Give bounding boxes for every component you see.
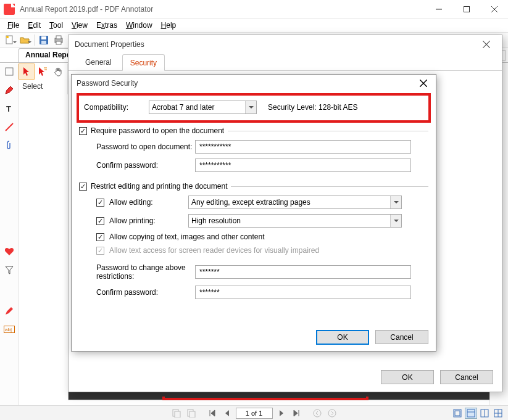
menu-help[interactable]: Help [157, 20, 180, 31]
allow-printing-combo[interactable]: High resolution [188, 214, 402, 228]
allow-printing-checkbox[interactable] [96, 217, 104, 225]
menu-file[interactable]: File [4, 20, 23, 31]
snapshot-button[interactable] [170, 408, 183, 419]
compatibility-value: Acrobat 7 and later [152, 103, 214, 112]
svg-point-20 [314, 410, 321, 417]
svg-rect-5 [41, 41, 46, 44]
svg-rect-4 [41, 36, 46, 39]
dialog-close-button[interactable] [416, 80, 431, 87]
open-confirm-label: Confirm password: [96, 161, 195, 170]
page-indicator[interactable]: 1 of 1 [236, 408, 273, 419]
cursor-alt-tool-button[interactable] [35, 64, 51, 80]
svg-text:T: T [6, 104, 11, 113]
screen-reader-label: Allow text access for screen reader devi… [109, 246, 319, 255]
minimize-button[interactable] [425, 0, 452, 19]
open-password-label: Password to open document: [96, 142, 195, 151]
dialog-close-button[interactable] [477, 41, 496, 48]
textbox-tool-icon[interactable]: ab| [4, 324, 15, 335]
snapshot2-button[interactable] [185, 408, 198, 419]
menu-extras[interactable]: Extras [93, 20, 121, 31]
nav-fwd-button[interactable] [326, 408, 338, 419]
menubar: File Edit Tool View Extras Window Help [0, 19, 508, 32]
chevron-down-icon [390, 196, 401, 208]
menu-edit[interactable]: Edit [24, 20, 44, 31]
allow-editing-label: Allow editing: [109, 198, 183, 207]
svg-text:ab|: ab| [5, 327, 12, 332]
highlight-marker-icon [162, 397, 369, 400]
pen-tool-icon[interactable] [4, 84, 15, 96]
last-page-button[interactable] [290, 408, 302, 419]
menu-tool[interactable]: Tool [46, 20, 67, 31]
favorite-tool-icon[interactable] [4, 246, 15, 257]
restrict-label: Restrict editing and printing the docume… [91, 182, 227, 191]
svg-rect-23 [455, 411, 460, 416]
open-password-input[interactable]: *********** [195, 140, 411, 154]
nav-back-button[interactable] [311, 408, 323, 419]
security-ok-button[interactable]: OK [316, 330, 369, 345]
first-page-button[interactable] [206, 408, 219, 419]
tool-tray-label: Select [19, 80, 67, 94]
checkbox-tool-icon[interactable] [4, 66, 15, 77]
tab-security[interactable]: Security [122, 54, 165, 71]
allow-editing-checkbox[interactable] [96, 199, 104, 207]
compatibility-highlight: Compatibility: Acrobat 7 and later Secur… [77, 93, 431, 123]
chevron-down-icon [245, 101, 256, 113]
change-password-label: Password to change above restrictions: [96, 263, 195, 281]
change-confirm-label: Confirm password: [96, 288, 195, 297]
allow-editing-value: Any editing, except extracting pages [191, 198, 310, 207]
svg-rect-0 [464, 6, 469, 12]
titlebar: Annual Report 2019.pdf - PDF Annotator [0, 0, 508, 19]
require-open-label: Require password to open the document [91, 126, 224, 135]
print-button[interactable] [51, 33, 66, 47]
allow-printing-value: High resolution [191, 216, 241, 225]
require-open-checkbox[interactable] [79, 127, 87, 135]
svg-rect-9 [6, 68, 13, 75]
dialog-title: Document Properties [75, 40, 144, 49]
dialog-title: Password Security [77, 79, 138, 88]
text-tool-icon[interactable]: T [4, 103, 15, 114]
compatibility-combo[interactable]: Acrobat 7 and later [149, 101, 257, 114]
menu-view[interactable]: View [68, 20, 91, 31]
hand-tool-button[interactable] [51, 64, 67, 80]
screen-reader-checkbox [96, 247, 104, 255]
security-level-label: Security Level: 128-bit AES [268, 103, 357, 112]
save-button[interactable] [36, 33, 51, 47]
statusbar: 1 of 1 [0, 405, 508, 420]
tab-general[interactable]: General [77, 54, 120, 70]
restrict-checkbox[interactable] [79, 183, 87, 191]
close-button[interactable] [480, 0, 508, 19]
filter-tool-icon[interactable] [4, 265, 15, 276]
next-page-button[interactable] [275, 408, 288, 419]
layout3-button[interactable] [478, 408, 491, 419]
prev-page-button[interactable] [221, 408, 233, 419]
svg-rect-8 [56, 41, 61, 44]
attach-tool-icon[interactable] [4, 140, 15, 151]
allow-editing-combo[interactable]: Any editing, except extracting pages [188, 196, 402, 209]
svg-point-21 [328, 410, 336, 417]
change-password-input[interactable]: ******* [195, 265, 411, 279]
layout1-button[interactable] [451, 408, 464, 419]
docprops-cancel-button[interactable]: Cancel [440, 370, 493, 384]
layout4-button[interactable] [492, 408, 504, 419]
app-logo-icon [4, 4, 15, 15]
allow-copy-checkbox[interactable] [96, 233, 104, 241]
cursor-tool-button[interactable] [19, 64, 35, 80]
svg-rect-19 [189, 411, 195, 418]
new-doc-button[interactable] [2, 33, 17, 47]
chevron-down-icon [390, 215, 401, 227]
tool-tray: Select [19, 64, 68, 94]
security-cancel-button[interactable]: Cancel [375, 330, 428, 344]
layout2-button[interactable] [465, 408, 477, 419]
change-confirm-input[interactable]: ******* [195, 286, 411, 299]
svg-rect-7 [56, 36, 61, 39]
line-tool-icon[interactable] [4, 121, 15, 133]
maximize-button[interactable] [452, 0, 480, 19]
svg-rect-17 [175, 411, 180, 418]
docprops-ok-button[interactable]: OK [381, 370, 434, 384]
menu-window[interactable]: Window [122, 20, 156, 31]
open-confirm-input[interactable]: *********** [195, 159, 411, 172]
edit-tool-icon[interactable] [4, 305, 15, 316]
open-button[interactable] [17, 33, 32, 47]
allow-printing-label: Allow printing: [109, 216, 183, 225]
compatibility-label: Compatibility: [84, 103, 143, 112]
